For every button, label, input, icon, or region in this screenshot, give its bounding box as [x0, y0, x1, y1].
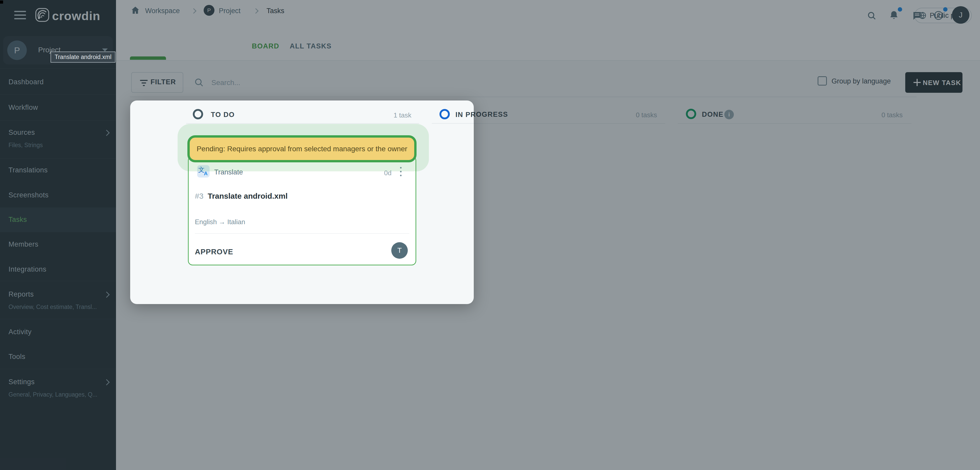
approve-button[interactable]: APPROVE — [195, 248, 233, 256]
app-window: crowdin P Project Dashboard Workflow Sou… — [0, 0, 980, 470]
assignee-avatar[interactable]: T — [391, 242, 408, 259]
task-language-pair: English → Italian — [195, 218, 245, 226]
todo-status-icon — [193, 109, 203, 119]
in-progress-status-icon — [439, 109, 450, 119]
column-title-in-progress: IN PROGRESS — [455, 111, 474, 119]
spotlight-panel: TO DO 1 task IN PROGRESS Translate 0d #3… — [130, 100, 474, 304]
screen-corner-artifact — [0, 0, 3, 3]
task-card[interactable]: Translate 0d #3 Translate android.xml En… — [188, 156, 416, 265]
card-divider — [195, 233, 409, 234]
pending-approval-tooltip: Pending: Requires approval from selected… — [188, 135, 417, 162]
column-count: 1 task — [370, 111, 411, 119]
task-title-row[interactable]: #3 Translate android.xml — [195, 192, 288, 200]
column-divider — [432, 123, 474, 124]
task-title: Translate android.xml — [208, 192, 288, 200]
project-hover-tooltip: Translate android.xml — [51, 52, 116, 63]
pending-approval-tooltip-text: Pending: Requires approval from selected… — [197, 145, 407, 153]
column-divider — [186, 123, 419, 124]
task-number: #3 — [195, 192, 204, 200]
column-title-todo: TO DO — [211, 111, 235, 119]
